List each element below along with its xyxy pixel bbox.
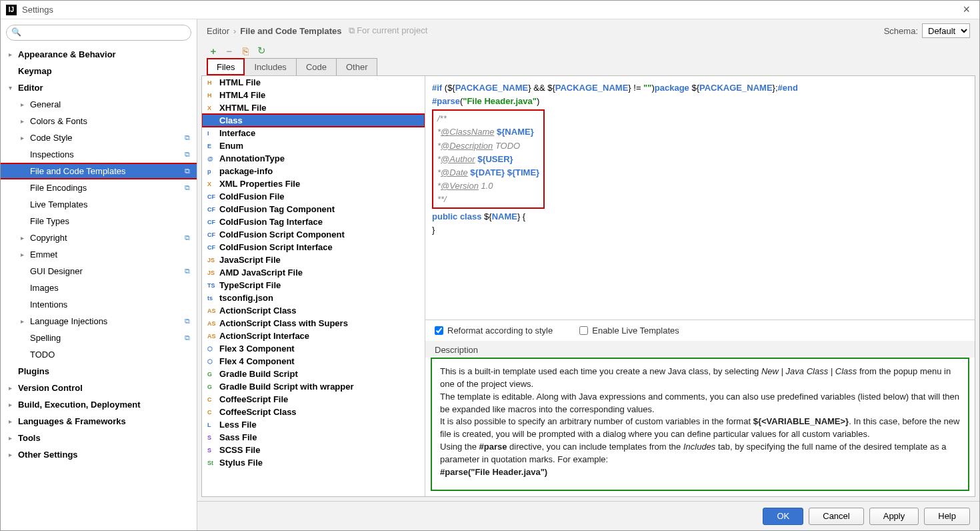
- titlebar: IJ Settings ×: [1, 1, 979, 19]
- tree-item-appearance-behavior[interactable]: ▸Appearance & Behavior: [1, 46, 197, 63]
- breadcrumb-sep: ›: [233, 26, 236, 36]
- close-icon[interactable]: ×: [959, 3, 974, 17]
- template-javascript-file[interactable]: JSJavaScript File: [202, 253, 425, 266]
- template-typescript-file[interactable]: TSTypeScript File: [202, 279, 425, 292]
- tree-item-other-settings[interactable]: ▸Other Settings: [1, 446, 197, 463]
- add-icon[interactable]: +: [207, 45, 220, 57]
- tree-item-editor[interactable]: ▾Editor: [1, 79, 197, 96]
- breadcrumb-parent: Editor: [207, 26, 229, 36]
- search-input[interactable]: [6, 25, 191, 41]
- tree-item-code-style[interactable]: ▸Code Style⧉: [1, 129, 197, 146]
- tree-item-copyright[interactable]: ▸Copyright⧉: [1, 229, 197, 246]
- tree-item-languages-frameworks[interactable]: ▸Languages & Frameworks: [1, 413, 197, 430]
- tab-code[interactable]: Code: [296, 58, 337, 75]
- template-actionscript-interface[interactable]: ASActionScript Interface: [202, 330, 425, 342]
- dialog-footer: OK Cancel Apply Help: [197, 501, 979, 530]
- main-panel: Editor › File and Code Templates ⧉ For c…: [197, 19, 979, 530]
- reformat-checkbox[interactable]: Reformat according to style: [435, 326, 553, 336]
- description-header: Description: [425, 341, 975, 358]
- template-editor[interactable]: #if (${PACKAGE_NAME} && ${PACKAGE_NAME} …: [425, 76, 975, 320]
- ok-button[interactable]: OK: [763, 508, 803, 525]
- template-xhtml-file[interactable]: XXHTML File: [202, 101, 425, 114]
- search-icon: 🔍: [11, 27, 21, 37]
- template-list: HHTML FileHHTML4 FileXXHTML FileCClassII…: [202, 76, 425, 496]
- breadcrumb: Editor › File and Code Templates ⧉ For c…: [197, 19, 979, 42]
- tree-item-file-and-code-templates[interactable]: File and Code Templates⧉: [1, 163, 197, 179]
- tree-item-spelling[interactable]: Spelling⧉: [1, 330, 197, 346]
- tree-item-todo[interactable]: TODO: [1, 346, 197, 363]
- template-html-file[interactable]: HHTML File: [202, 76, 425, 89]
- template-xml-properties-file[interactable]: XXML Properties File: [202, 177, 425, 190]
- sidebar: 🔍 ▸Appearance & BehaviorKeymap▾Editor▸Ge…: [1, 19, 197, 530]
- app-icon: IJ: [6, 5, 17, 15]
- tree-item-emmet[interactable]: ▸Emmet: [1, 246, 197, 263]
- tree-item-images[interactable]: Images: [1, 280, 197, 296]
- breadcrumb-current: File and Code Templates: [240, 26, 341, 36]
- template-amd-javascript-file[interactable]: JSAMD JavaScript File: [202, 266, 425, 279]
- template-coldfusion-file[interactable]: CFColdFusion File: [202, 190, 425, 203]
- tree-item-tools[interactable]: ▸Tools: [1, 430, 197, 446]
- tab-other[interactable]: Other: [336, 58, 378, 75]
- tab-includes[interactable]: Includes: [244, 58, 296, 75]
- template-coldfusion-tag-component[interactable]: CFColdFusion Tag Component: [202, 203, 425, 215]
- tree-item-build-execution-deployment[interactable]: ▸Build, Execution, Deployment: [1, 396, 197, 413]
- template-stylus-file[interactable]: StStylus File: [202, 456, 425, 469]
- tree-item-live-templates[interactable]: Live Templates: [1, 196, 197, 213]
- tree-item-version-control[interactable]: ▸Version Control: [1, 380, 197, 396]
- settings-tree: ▸Appearance & BehaviorKeymap▾Editor▸Gene…: [1, 46, 197, 530]
- template-coffeescript-class[interactable]: CCoffeeScript Class: [202, 406, 425, 418]
- template-enum[interactable]: EEnum: [202, 139, 425, 152]
- tree-item-plugins[interactable]: Plugins: [1, 363, 197, 380]
- template-coldfusion-script-component[interactable]: CFColdFusion Script Component: [202, 228, 425, 241]
- remove-icon[interactable]: −: [223, 45, 236, 57]
- tree-item-intentions[interactable]: Intentions: [1, 296, 197, 313]
- template-gradle-build-script-with-wrapper[interactable]: GGradle Build Script with wrapper: [202, 380, 425, 393]
- tree-item-file-types[interactable]: File Types: [1, 213, 197, 229]
- template-coldfusion-tag-interface[interactable]: CFColdFusion Tag Interface: [202, 215, 425, 228]
- tree-item-keymap[interactable]: Keymap: [1, 63, 197, 79]
- template-class[interactable]: CClass: [202, 114, 425, 127]
- window-title: Settings: [22, 5, 959, 15]
- template-scss-file[interactable]: SSCSS File: [202, 444, 425, 456]
- help-button[interactable]: Help: [924, 508, 970, 525]
- template-annotationtype[interactable]: @AnnotationType: [202, 152, 425, 165]
- tree-item-language-injections[interactable]: ▸Language Injections⧉: [1, 313, 197, 330]
- refresh-icon[interactable]: ↻: [255, 45, 268, 57]
- template-flex-3-component[interactable]: ⬡Flex 3 Component: [202, 342, 425, 355]
- copy-icon[interactable]: ⎘: [239, 45, 252, 57]
- breadcrumb-note: ⧉ For current project: [349, 25, 428, 36]
- template-coffeescript-file[interactable]: CCoffeeScript File: [202, 393, 425, 406]
- template-gradle-build-script[interactable]: GGradle Build Script: [202, 368, 425, 380]
- template-coldfusion-script-interface[interactable]: CFColdFusion Script Interface: [202, 241, 425, 253]
- schema-select[interactable]: Default: [922, 23, 970, 38]
- tree-item-colors-fonts[interactable]: ▸Colors & Fonts: [1, 113, 197, 129]
- tree-item-inspections[interactable]: Inspections⧉: [1, 146, 197, 163]
- cancel-button[interactable]: Cancel: [809, 508, 863, 525]
- template-actionscript-class-with-supers[interactable]: ASActionScript Class with Supers: [202, 317, 425, 330]
- template-tabs: FilesIncludesCodeOther: [197, 57, 979, 75]
- template-package-info[interactable]: ppackage-info: [202, 165, 425, 177]
- template-html4-file[interactable]: HHTML4 File: [202, 89, 425, 101]
- template-tsconfig-json[interactable]: tstsconfig.json: [202, 292, 425, 304]
- template-less-file[interactable]: LLess File: [202, 418, 425, 431]
- template-sass-file[interactable]: SSass File: [202, 431, 425, 444]
- template-flex-4-component[interactable]: ⬡Flex 4 Component: [202, 355, 425, 368]
- tab-files[interactable]: Files: [207, 58, 245, 75]
- tree-item-general[interactable]: ▸General: [1, 96, 197, 113]
- tree-item-file-encodings[interactable]: File Encodings⧉: [1, 179, 197, 196]
- schema-label: Schema:: [884, 26, 918, 36]
- template-interface[interactable]: IInterface: [202, 127, 425, 139]
- template-actionscript-class[interactable]: ASActionScript Class: [202, 304, 425, 317]
- description-box: This is a built-in template used each ti…: [431, 358, 969, 491]
- apply-button[interactable]: Apply: [869, 508, 919, 525]
- live-templates-checkbox[interactable]: Enable Live Templates: [579, 326, 679, 336]
- settings-window: IJ Settings × 🔍 ▸Appearance & BehaviorKe…: [0, 0, 980, 531]
- editor-options: Reformat according to style Enable Live …: [425, 320, 975, 341]
- tree-item-gui-designer[interactable]: GUI Designer⧉: [1, 263, 197, 280]
